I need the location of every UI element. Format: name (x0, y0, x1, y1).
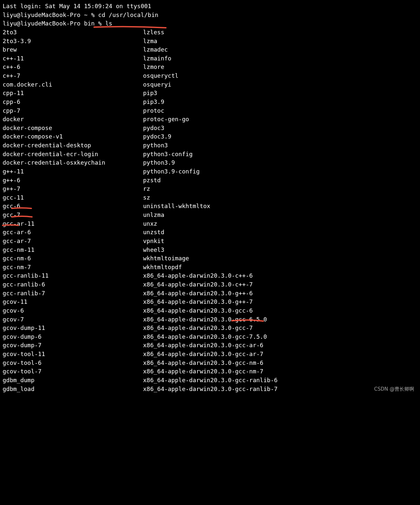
ls-entry: lzma (143, 37, 417, 46)
ls-entry: x86_64-apple-darwin20.3.0-gcc-6 (143, 306, 417, 315)
ls-entry: gcc-ranlib-6 (3, 280, 143, 289)
ls-entry: x86_64-apple-darwin20.3.0-gcc-ar-6 (143, 341, 417, 350)
ls-entry: osqueryi (143, 80, 417, 89)
ls-entry: 2to3 (3, 28, 143, 37)
ls-entry: gcov-tool-7 (3, 367, 143, 376)
ls-entry: docker (3, 115, 143, 124)
ls-entry: gcov-6 (3, 306, 143, 315)
ls-entry: gcov-11 (3, 298, 143, 306)
ls-entry: wkhtmltoimage (143, 254, 417, 263)
ls-entry: docker-compose-v1 (3, 132, 143, 141)
ls-entry: c++-11 (3, 54, 143, 63)
ls-entry: sz (143, 193, 417, 202)
ls-entry: python3.9-config (143, 167, 417, 176)
ls-entry: pip3.9 (143, 98, 417, 106)
ls-entry: g++-11 (3, 167, 143, 176)
ls-entry: uninstall-wkhtmltox (143, 202, 417, 211)
ls-entry: lzmainfo (143, 54, 417, 63)
ls-entry: x86_64-apple-darwin20.3.0-gcc-nm-6 (143, 359, 417, 367)
ls-entry: wheel3 (143, 246, 417, 254)
ls-entry: lzless (143, 28, 417, 37)
watermark: CSDN @曹长卿啊 (374, 385, 414, 393)
ls-entry: gcc-nm-7 (3, 263, 143, 272)
ls-entry: c++-6 (3, 63, 143, 72)
ls-entry: cpp-7 (3, 106, 143, 115)
ls-entry: lzmore (143, 63, 417, 72)
prompt-line-1[interactable]: liyu@liyudeMacBook-Pro ~ % cd /usr/local… (3, 11, 417, 20)
ls-entry: x86_64-apple-darwin20.3.0-c++-7 (143, 280, 417, 289)
ls-entry: gcc-ar-11 (3, 220, 143, 228)
ls-entry: gcov-tool-6 (3, 359, 143, 367)
ls-entry: lzmadec (143, 45, 417, 54)
ls-entry: x86_64-apple-darwin20.3.0-g++-7 (143, 298, 417, 306)
ls-entry: gcov-tool-11 (3, 350, 143, 359)
ls-entry: vpnkit (143, 237, 417, 246)
ls-column-1: 2to32to3-3.9brewc++-11c++-6c++-7com.dock… (3, 28, 143, 393)
ls-entry: gcc-6 (3, 202, 143, 211)
ls-output: 2to32to3-3.9brewc++-11c++-6c++-7com.dock… (3, 28, 417, 393)
ls-entry: gcc-ranlib-11 (3, 271, 143, 280)
ls-entry: brew (3, 45, 143, 54)
ls-entry: pydoc3.9 (143, 132, 417, 141)
ls-entry: gcov-dump-6 (3, 333, 143, 341)
ls-entry: x86_64-apple-darwin20.3.0-gcc-6.5.0 (143, 315, 417, 324)
ls-entry: gcc-nm-6 (3, 254, 143, 263)
ls-entry: python3-config (143, 150, 417, 159)
ls-entry: x86_64-apple-darwin20.3.0-gcc-ar-7 (143, 350, 417, 359)
ls-entry: python3 (143, 141, 417, 150)
ls-entry: gcov-dump-11 (3, 324, 143, 333)
ls-entry: g++-7 (3, 185, 143, 193)
ls-entry: docker-credential-ecr-login (3, 150, 143, 159)
ls-entry: pzstd (143, 176, 417, 185)
ls-entry: gdbm_load (3, 385, 143, 394)
ls-entry: pydoc3 (143, 124, 417, 133)
ls-entry: gcov-7 (3, 315, 143, 324)
ls-entry: gcc-11 (3, 193, 143, 202)
ls-entry: docker-credential-desktop (3, 141, 143, 150)
ls-entry: x86_64-apple-darwin20.3.0-gcc-7 (143, 324, 417, 333)
prompt-command: ls (105, 20, 112, 27)
ls-entry: cpp-6 (3, 98, 143, 106)
ls-entry: c++-7 (3, 72, 143, 80)
prompt-command: cd /usr/local/bin (98, 11, 158, 18)
ls-entry: 2to3-3.9 (3, 37, 143, 46)
ls-entry: protoc (143, 106, 417, 115)
ls-column-2: lzlesslzmalzmadeclzmainfolzmoreosqueryct… (143, 28, 417, 393)
ls-entry: gcc-nm-11 (3, 246, 143, 254)
ls-entry: protoc-gen-go (143, 115, 417, 124)
ls-entry: x86_64-apple-darwin20.3.0-gcc-nm-7 (143, 367, 417, 376)
ls-entry: gcc-ranlib-7 (3, 289, 143, 298)
ls-entry: unxz (143, 220, 417, 228)
prompt-prefix: liyu@liyudeMacBook-Pro bin % (3, 20, 105, 27)
ls-entry: rz (143, 185, 417, 193)
ls-entry: osqueryctl (143, 72, 417, 80)
ls-entry: gcov-dump-7 (3, 341, 143, 350)
ls-entry: python3.9 (143, 158, 417, 167)
ls-entry: docker-credential-osxkeychain (3, 158, 143, 167)
ls-entry: gdbm_dump (3, 376, 143, 385)
ls-entry: gcc-7 (3, 211, 143, 220)
ls-entry: x86_64-apple-darwin20.3.0-gcc-7.5.0 (143, 333, 417, 341)
ls-entry: x86_64-apple-darwin20.3.0-gcc-ranlib-6 (143, 376, 417, 385)
ls-entry: unzstd (143, 228, 417, 237)
ls-entry: gcc-ar-6 (3, 228, 143, 237)
ls-entry: x86_64-apple-darwin20.3.0-c++-6 (143, 271, 417, 280)
ls-entry: x86_64-apple-darwin20.3.0-g++-6 (143, 289, 417, 298)
last-login-line: Last login: Sat May 14 15:09:24 on ttys0… (3, 2, 417, 11)
ls-entry: com.docker.cli (3, 80, 143, 89)
prompt-line-2[interactable]: liyu@liyudeMacBook-Pro bin % ls (3, 19, 417, 28)
ls-entry: cpp-11 (3, 89, 143, 98)
ls-entry: gcc-ar-7 (3, 237, 143, 246)
ls-entry: pip3 (143, 89, 417, 98)
prompt-prefix: liyu@liyudeMacBook-Pro ~ % (3, 11, 98, 18)
ls-entry: docker-compose (3, 124, 143, 133)
ls-entry: wkhtmltopdf (143, 263, 417, 272)
ls-entry: g++-6 (3, 176, 143, 185)
ls-entry: unlzma (143, 211, 417, 220)
